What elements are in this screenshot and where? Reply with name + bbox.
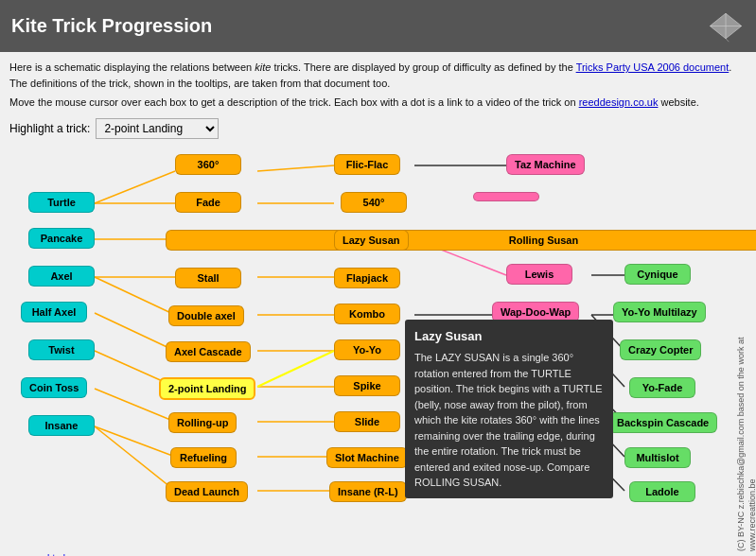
svg-line-9: [95, 313, 175, 351]
footer: yosusan.html: [0, 551, 756, 557]
sidebar-right: (C) BY-NC z.rebischka@gmail.com based on…: [739, 268, 756, 551]
trick-cynique[interactable]: Cynique: [624, 264, 691, 285]
desc-text1: Here is a schematic displaying the relat…: [9, 61, 576, 73]
highlight-label: Highlight a trick:: [9, 122, 90, 135]
diagram-area: Turtle Pancake Axel Half Axel Twist Coin…: [0, 145, 756, 551]
trick-ladole[interactable]: Ladole: [629, 481, 695, 502]
trick-fade[interactable]: Fade: [175, 192, 241, 213]
trick-axel-cascade[interactable]: Axel Cascade: [166, 341, 251, 362]
trick-half-axel[interactable]: Half Axel: [21, 302, 87, 322]
trick-slide[interactable]: Slide: [334, 411, 400, 432]
page-title: Kite Trick Progression: [11, 15, 212, 37]
trick-lazy-susan[interactable]: Lazy Susan: [334, 230, 409, 251]
trick-refueling[interactable]: Refueling: [170, 447, 237, 468]
desc-text3: Move the mouse cursor over each box to g…: [9, 96, 579, 108]
trick-axel[interactable]: Axel: [28, 266, 95, 287]
trick-insane-rl[interactable]: Insane (R-L): [329, 481, 407, 502]
trick-rolling-susan[interactable]: Rolling Susan•: [166, 230, 756, 251]
svg-line-4: [95, 171, 175, 203]
svg-line-3: [726, 39, 729, 42]
trick-360[interactable]: 360°: [175, 154, 241, 175]
trick-coin-toss[interactable]: Coin Toss: [21, 377, 87, 398]
trick-dead-launch[interactable]: Dead Launch: [166, 481, 248, 502]
trick-spike[interactable]: Spike: [334, 375, 400, 396]
trick-pancake[interactable]: Pancake: [28, 228, 95, 249]
svg-line-13: [95, 426, 175, 491]
description-area: Here is a schematic displaying the relat…: [0, 52, 756, 114]
sidebar-text: (C) BY-NC z.rebischka@gmail.com based on…: [736, 268, 756, 551]
svg-line-39: [257, 351, 334, 387]
trick-yo-yo-multilazy[interactable]: Yo-Yo Multilazy: [613, 302, 706, 322]
trick-double-axel[interactable]: Double axel: [168, 305, 244, 326]
page-header: Kite Trick Progression: [0, 0, 756, 52]
svg-line-12: [95, 426, 175, 457]
footer-link[interactable]: yosusan.html: [9, 553, 65, 557]
trick-backspin-cascade[interactable]: Backspin Cascade: [608, 412, 717, 433]
trick-crazy-copter[interactable]: Crazy Copter: [620, 339, 701, 360]
highlight-row: Highlight a trick: None360°FadeRolling S…: [0, 114, 756, 145]
trick-yo-yo[interactable]: Yo-Yo: [334, 339, 400, 360]
trick-multislot[interactable]: Multislot: [624, 447, 691, 468]
reeddesign-link[interactable]: reeddesign.co.uk: [579, 96, 659, 108]
trick-flapjack[interactable]: Flapjack: [334, 268, 400, 288]
trick-540[interactable]: 540°: [341, 192, 407, 213]
trick-insane[interactable]: Insane: [28, 415, 95, 436]
svg-line-14: [257, 165, 334, 171]
trick-stall[interactable]: Stall: [175, 268, 241, 288]
trick-twist[interactable]: Twist: [28, 339, 95, 360]
highlight-select[interactable]: None360°FadeRolling SusanStallDouble axe…: [96, 118, 219, 139]
svg-line-8: [95, 277, 175, 315]
trick-turtle[interactable]: Turtle: [28, 192, 95, 213]
trick-slot-machine[interactable]: Slot Machine: [326, 447, 408, 468]
kite-icon: [707, 9, 745, 43]
trick-level3-mid[interactable]: [473, 192, 539, 201]
trick-kombo[interactable]: Kombo: [334, 304, 400, 324]
trick-taz-machine[interactable]: Taz Machine: [506, 154, 585, 175]
trick-rolling-up[interactable]: Rolling-up: [168, 412, 237, 433]
trick-flic-flac[interactable]: Flic-Flac: [334, 154, 400, 175]
tricks-party-link[interactable]: Tricks Party USA 2006 document: [576, 61, 730, 73]
trick-lewis[interactable]: Lewis: [506, 264, 572, 285]
tooltip: Lazy Susan The LAZY SUSAN is a single 36…: [405, 320, 613, 498]
desc-text4: website.: [658, 96, 698, 108]
trick-yo-fade[interactable]: Yo-Fade: [629, 377, 695, 398]
tooltip-title: Lazy Susan: [414, 327, 604, 346]
trick-2point-landing[interactable]: 2-point Landing: [159, 377, 255, 400]
tooltip-text: The LAZY SUSAN is a single 360° rotation…: [414, 350, 604, 491]
